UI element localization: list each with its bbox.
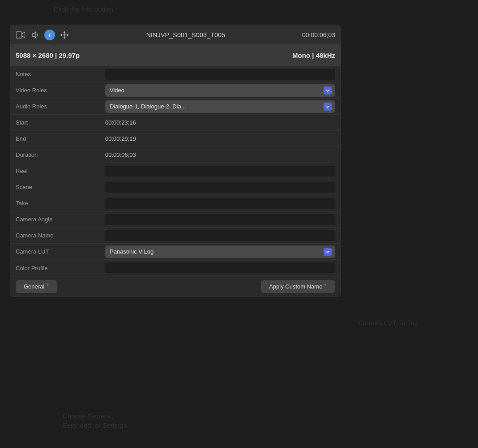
prop-select-video-roles[interactable]: Video [105,84,335,97]
prop-label-camera-angle: Camera Angle [16,216,105,223]
prop-row: Start00:00:23;16 [10,115,341,131]
prop-label-video-roles: Video Roles [16,87,105,94]
toolbar-timecode: 00:00:06;03 [302,31,335,39]
action-bar: General ˅ Apply Custom Name ˅ [10,276,341,297]
prop-row: Duration00:00:06;03 [10,147,341,163]
prop-label-take: Take [16,200,105,207]
prop-input-color-profile[interactable] [105,263,335,273]
svg-marker-8 [63,37,66,39]
prop-label-start: Start [16,119,105,126]
svg-marker-4 [60,34,62,36]
prop-label-duration: Duration [16,151,105,158]
svg-marker-5 [67,34,69,36]
prop-row: Reel [10,163,341,179]
info-button[interactable]: i [44,30,55,40]
prop-row: Color Profile [10,260,341,276]
prop-select-audio-roles[interactable]: Dialogue-1, Dialogue-2, Dia... [105,100,335,113]
video-icon[interactable] [16,30,26,40]
prop-input-camera-angle[interactable] [105,214,335,225]
resolution-framerate: 5088 × 2680 | 29.97p [16,52,80,59]
svg-rect-0 [16,32,22,38]
prop-value-start: 00:00:23;16 [105,119,335,126]
prop-label-camera-lut: Camera LUT [16,248,105,255]
prop-select-wrap: Panasonic V-Log [105,246,335,258]
prop-input-camera-name[interactable] [105,230,335,241]
audio-icon[interactable] [30,30,40,40]
prop-label-camera-name: Camera Name [16,232,105,239]
prop-value-duration: 00:00:06;03 [105,151,335,158]
prop-row: Notes [10,66,341,82]
prop-label-color-profile: Color Profile [16,265,105,271]
general-button[interactable]: General ˅ [16,280,57,293]
prop-label-reel: Reel [16,168,105,174]
svg-marker-1 [22,32,25,38]
callout-info-label: Click the Info button. [54,4,115,14]
prop-label-audio-roles: Audio Roles [16,103,105,110]
transform-icon[interactable] [60,30,69,40]
svg-marker-7 [63,31,66,33]
prop-label-end: End [16,135,105,142]
prop-row: Audio RolesDialogue-1, Dialogue-2, Dia..… [10,99,341,115]
prop-value-end: 00:00:29;19 [105,135,335,142]
svg-marker-2 [32,32,36,38]
prop-row: Video RolesVideo [10,82,341,99]
info-bar: 5088 × 2680 | 29.97p Mono | 48kHz [10,45,341,66]
prop-input-notes[interactable] [105,69,335,80]
prop-label-scene: Scene [16,184,105,190]
audio-info: Mono | 48kHz [292,52,335,59]
prop-select-wrap: Video [105,84,335,97]
prop-input-scene[interactable] [105,182,335,193]
apply-custom-name-button[interactable]: Apply Custom Name ˅ [261,280,335,293]
prop-row: Camera LUTPanasonic V-Log [10,244,341,260]
properties-list: NotesVideo RolesVideoAudio RolesDialogue… [10,66,341,276]
toolbar-title: NINJVP_S001_S003_T005 [74,31,298,39]
callout-general-label: Choose General, Extended, or Settings. [63,411,129,430]
prop-row: Scene [10,179,341,195]
prop-row: End00:00:29;19 [10,131,341,147]
prop-select-camera-lut[interactable]: Panasonic V-Log [105,246,335,258]
prop-input-take[interactable] [105,198,335,209]
callout-lut-label: Camera LUT setting [358,318,418,327]
prop-label-notes: Notes [16,71,105,78]
prop-row: Take [10,195,341,211]
prop-row: Camera Name [10,228,341,244]
prop-row: Camera Angle [10,211,341,228]
prop-input-reel[interactable] [105,166,335,177]
toolbar: i NINJVP_S001_S003_T005 00:00:06;03 [10,25,341,45]
inspector-panel: i NINJVP_S001_S003_T005 00:00:06;03 5088… [10,25,341,297]
prop-select-wrap: Dialogue-1, Dialogue-2, Dia... [105,100,335,113]
